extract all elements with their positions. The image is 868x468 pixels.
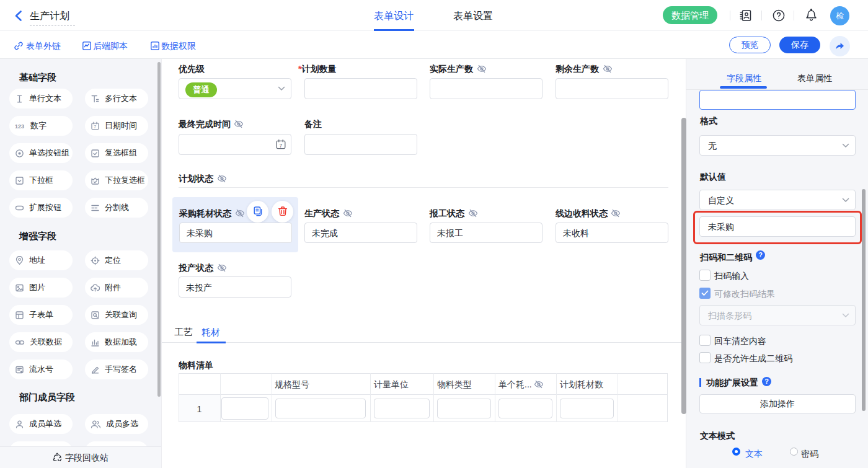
svg-text:123: 123: [15, 123, 24, 130]
svg-text:7: 7: [280, 143, 283, 149]
svg-text:7: 7: [94, 125, 96, 129]
